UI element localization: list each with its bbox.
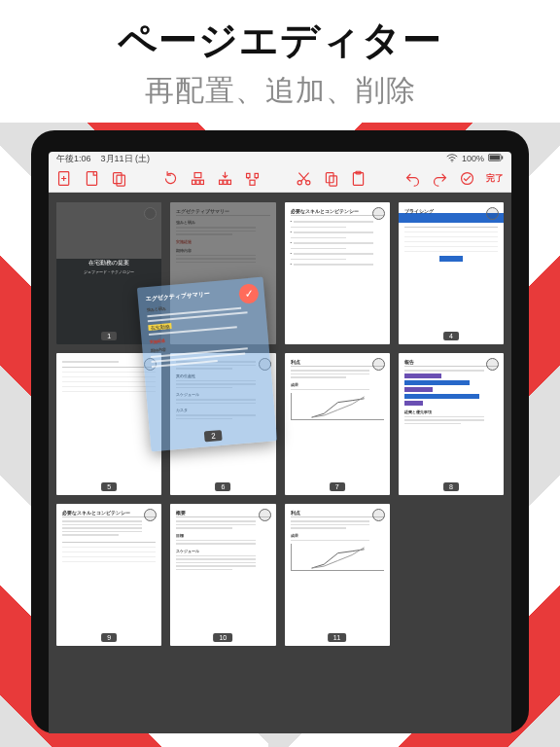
insert-button[interactable] xyxy=(217,170,233,187)
cover-title: 在宅勤務の提案 xyxy=(56,259,161,267)
undo-button[interactable] xyxy=(404,170,421,187)
select-circle[interactable] xyxy=(144,509,157,521)
page-number: 9 xyxy=(101,633,117,642)
paste-button[interactable] xyxy=(350,170,367,187)
line-chart-icon xyxy=(291,393,384,420)
svg-rect-6 xyxy=(114,173,122,184)
page-number: 11 xyxy=(328,633,347,642)
line-chart-icon xyxy=(291,544,384,571)
svg-rect-10 xyxy=(200,180,203,184)
add-page-button[interactable] xyxy=(56,170,73,187)
page-thumb-9[interactable]: 必要なスキルとコンピテンシー 9 xyxy=(56,504,161,646)
svg-rect-7 xyxy=(117,175,125,186)
blank-page-button[interactable] xyxy=(84,170,100,187)
svg-point-19 xyxy=(306,181,310,185)
svg-point-0 xyxy=(451,160,452,161)
svg-rect-22 xyxy=(353,173,363,186)
page-title: ページエディター xyxy=(0,14,560,67)
status-date: 3月11日 (土) xyxy=(101,154,151,163)
svg-rect-11 xyxy=(194,173,201,178)
page-grid: 在宅勤務の提案 ジェファード・テクノロジー 1 エグゼクティブサマリー 強みと弱… xyxy=(56,202,504,646)
svg-rect-5 xyxy=(87,172,96,186)
redo-button[interactable] xyxy=(432,170,448,187)
merge-button[interactable] xyxy=(244,170,261,187)
promo-header: ページエディター 再配置、追加、削除 xyxy=(0,0,560,123)
page-number: 8 xyxy=(443,482,459,491)
svg-rect-2 xyxy=(490,156,500,160)
extract-button[interactable] xyxy=(190,170,206,187)
select-circle[interactable] xyxy=(372,207,385,220)
svg-point-18 xyxy=(298,181,301,185)
status-time: 午後1:06 xyxy=(56,154,91,163)
svg-rect-17 xyxy=(250,180,255,185)
cover-subtitle: ジェファード・テクノロジー xyxy=(56,269,161,274)
svg-rect-9 xyxy=(196,180,199,184)
page-number: 6 xyxy=(215,482,230,491)
page-subtitle: 再配置、追加、削除 xyxy=(0,71,560,111)
page-thumb-4[interactable]: プライシング 4 xyxy=(399,202,504,344)
page-number: 10 xyxy=(213,633,232,642)
cut-button[interactable] xyxy=(296,170,312,187)
page-thumb-3[interactable]: 必要なスキルとコンピテンシー xyxy=(285,202,390,344)
page-grid-canvas[interactable]: 在宅勤務の提案 ジェファード・テクノロジー 1 エグゼクティブサマリー 強みと弱… xyxy=(49,193,511,733)
copy-button[interactable] xyxy=(323,170,339,187)
status-right: 100% xyxy=(446,154,504,164)
ipad-frame: 午後1:06 3月11日 (土) 100% xyxy=(31,130,529,733)
page-thumb-8[interactable]: 報告 経費と優先事項 8 xyxy=(399,353,504,495)
select-circle[interactable] xyxy=(259,509,271,521)
select-circle[interactable] xyxy=(486,358,499,371)
select-circle[interactable] xyxy=(372,509,385,521)
svg-rect-3 xyxy=(502,156,503,159)
svg-rect-14 xyxy=(228,180,230,184)
status-bar: 午後1:06 3月11日 (土) 100% xyxy=(49,152,511,165)
duplicate-button[interactable] xyxy=(111,170,127,187)
rotate-button[interactable] xyxy=(162,170,179,187)
page-thumb-11[interactable]: 利点 成果 11 xyxy=(285,504,390,646)
svg-rect-15 xyxy=(247,173,250,177)
svg-rect-8 xyxy=(192,180,195,184)
page-number: 4 xyxy=(443,332,459,340)
done-button[interactable]: 完了 xyxy=(486,170,504,187)
select-circle[interactable] xyxy=(372,358,385,371)
svg-rect-13 xyxy=(224,180,227,184)
page-thumb-7[interactable]: 利点 成果 7 xyxy=(285,353,390,495)
wifi-icon xyxy=(446,154,458,164)
status-left: 午後1:06 3月11日 (土) xyxy=(56,153,150,165)
battery-pct: 100% xyxy=(462,154,484,163)
svg-rect-16 xyxy=(255,173,258,177)
page-number: 2 xyxy=(204,430,223,443)
page-number: 7 xyxy=(330,482,345,491)
page-number: 1 xyxy=(101,332,117,340)
page-number: 5 xyxy=(101,482,117,491)
dragged-page[interactable]: エグゼクティブサマリー 強みと弱み 在宅勤務 実施経過 期待内容 2 xyxy=(137,277,277,452)
battery-icon xyxy=(488,154,504,163)
select-circle[interactable] xyxy=(486,207,499,220)
bar-chart-icon xyxy=(404,374,498,406)
toolbar: 完了 xyxy=(49,165,511,193)
svg-point-24 xyxy=(462,173,473,185)
select-all-button[interactable] xyxy=(459,170,475,187)
page-thumb-10[interactable]: 概要 目標 スケジュール 10 xyxy=(170,504,275,646)
svg-rect-12 xyxy=(220,180,223,184)
